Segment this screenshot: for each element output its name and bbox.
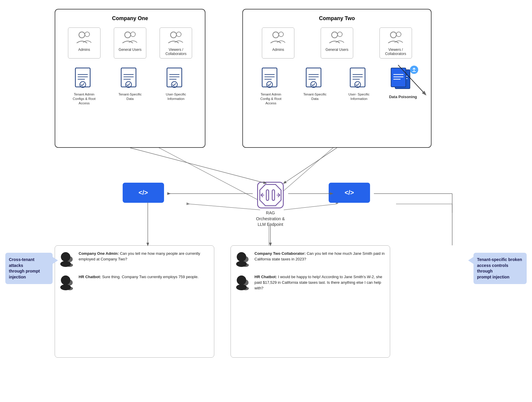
svg-line-3 (284, 204, 337, 210)
context-injection-box: </> (329, 183, 370, 203)
company-two-title: Company Two (249, 15, 425, 22)
svg-point-13 (171, 32, 176, 38)
chat-box-one: Company One Admin: Can you tell me how m… (55, 245, 214, 358)
role-label: Viewers /Collaborators (166, 48, 186, 56)
context-injection-group: </> Context Injection (332, 183, 366, 189)
svg-line-79 (130, 148, 266, 183)
company-two-role-viewers: Viewers /Collaborators (379, 27, 412, 59)
chat-one-question: Company One Admin: Can you tell me how m… (60, 251, 209, 270)
context-window-overflow-group: </> Context WindowOverflow (127, 183, 160, 194)
user-avatar-one (60, 251, 76, 270)
company-one-box: Company One Admins (55, 9, 205, 148)
svg-rect-36 (262, 68, 277, 87)
context-window-symbol: </> (139, 189, 148, 197)
svg-rect-46 (350, 68, 365, 87)
company-two-doc-admin: Tenant AdminConfig & RootAccess (254, 67, 288, 106)
svg-point-65 (67, 256, 73, 262)
svg-point-31 (279, 32, 283, 37)
svg-point-30 (273, 32, 279, 38)
admins-icon (77, 31, 92, 46)
svg-point-33 (338, 32, 342, 37)
svg-point-78 (242, 287, 249, 290)
svg-rect-55 (391, 68, 406, 87)
svg-point-9 (79, 32, 85, 38)
company-two-box: Company Two Admins (242, 9, 432, 148)
role-label: Admins (272, 48, 284, 52)
svg-point-14 (176, 32, 181, 37)
chat-two-question: Company Two Collaborator: Can you tell m… (236, 251, 385, 270)
company-one-doc-user: User-SpecificInformation (159, 67, 193, 106)
doc-label: User-SpecificInformation (166, 92, 186, 101)
svg-point-77 (243, 280, 249, 286)
svg-point-34 (390, 32, 396, 38)
doc-label: User- SpecificInformation (348, 92, 370, 101)
company-two-doc-tenant: Tenant-SpecificData (298, 67, 332, 101)
svg-point-74 (242, 263, 249, 267)
doc-label: Tenant AdminConfig & RootAccess (260, 92, 282, 106)
svg-point-10 (85, 32, 90, 37)
role-label: Admins (78, 48, 90, 52)
company-one-role-admins: Admins (68, 27, 100, 59)
viewers-icon (168, 31, 184, 46)
role-label: General Users (119, 48, 141, 52)
svg-line-2 (189, 204, 260, 210)
rag-hexagon (257, 182, 284, 208)
svg-rect-20 (121, 68, 136, 87)
company-one-role-viewers: Viewers /Collaborators (160, 27, 192, 59)
role-label: Viewers /Collaborators (385, 48, 406, 56)
rag-center: RAG Orchestration & LLM Endpoint (253, 182, 288, 228)
chat-one-response: HR Chatbot: Sure thing. Company Two curr… (60, 274, 209, 293)
bot-avatar-one (60, 274, 76, 293)
company-one-doc-admin: Tenant AdminConfigs & RootAccess (67, 67, 101, 106)
chat-two-question-text: Company Two Collaborator: Can you tell m… (254, 251, 385, 262)
chat-one-question-text: Company One Admin: Can you tell me how m… (79, 251, 209, 262)
svg-point-66 (66, 263, 73, 267)
diagram-container: Company One Admins (0, 0, 532, 402)
general-users-icon (122, 31, 138, 46)
rag-label: RAG Orchestration & LLM Endpoint (256, 210, 285, 228)
svg-rect-25 (167, 68, 182, 87)
context-injection-symbol: </> (345, 189, 354, 197)
svg-rect-15 (75, 68, 90, 87)
svg-point-32 (332, 32, 338, 38)
doc-label: Tenant-SpecificData (303, 92, 327, 101)
context-window-overflow-box: </> (123, 183, 164, 203)
svg-point-12 (131, 32, 135, 37)
company-two-role-general: General Users (321, 27, 353, 59)
svg-point-35 (396, 32, 401, 37)
general-users-icon-2 (329, 31, 345, 46)
svg-rect-61 (266, 190, 269, 200)
svg-point-11 (125, 32, 131, 38)
svg-point-69 (67, 280, 73, 286)
doc-label: Tenant AdminConfigs & RootAccess (73, 92, 95, 106)
chat-two-response-text: HR Chatbot: I would be happy to help! Ac… (254, 274, 385, 291)
company-two-role-admins: Admins (262, 27, 294, 59)
data-poisoning-label: Data Poisoning (389, 95, 417, 100)
data-poisoning-doc: Data Poisoning (386, 67, 420, 100)
viewers-icon-2 (388, 31, 403, 46)
doc-label: Tenant-SpecificData (119, 92, 142, 101)
role-label: General Users (325, 48, 348, 52)
company-one-doc-tenant: Tenant-SpecificData (113, 67, 147, 106)
svg-line-80 (284, 148, 337, 183)
chat-two-response: HR Chatbot: I would be happy to help! Ac… (236, 274, 385, 293)
svg-point-70 (66, 287, 73, 290)
company-one-title: Company One (61, 15, 199, 22)
left-side-note: Cross-tenant attacks through prompt inje… (5, 253, 53, 284)
right-side-note: Tenant-specific broken access controls t… (473, 253, 527, 284)
svg-point-73 (243, 256, 249, 262)
svg-line-0 (148, 142, 260, 201)
company-two-doc-user: User- SpecificInformation (342, 67, 376, 101)
admins-icon-2 (270, 31, 286, 46)
chat-one-response-text: HR Chatbot: Sure thing. Company Two curr… (79, 274, 199, 280)
chat-box-two: Company Two Collaborator: Can you tell m… (231, 245, 390, 358)
bot-avatar-two (236, 274, 252, 293)
company-one-role-general: General Users (114, 27, 146, 59)
svg-rect-62 (272, 190, 275, 200)
svg-rect-41 (306, 68, 321, 87)
user-avatar-two (236, 251, 252, 270)
